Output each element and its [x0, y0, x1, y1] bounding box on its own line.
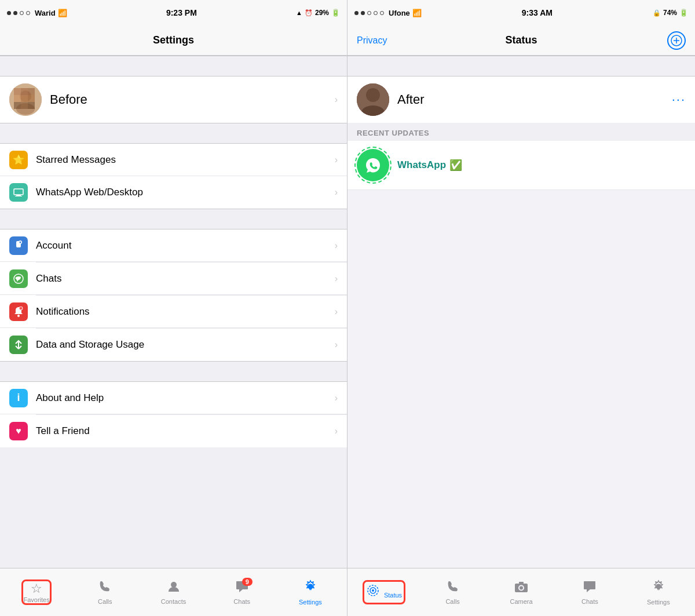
svg-rect-7	[14, 95, 21, 102]
friend-chevron: ›	[335, 426, 338, 436]
right-profile-row[interactable]: After ···	[348, 76, 695, 123]
chats-item[interactable]: Chats ›	[0, 263, 347, 295]
tab-chats-left[interactable]: 9 Chats	[208, 575, 276, 610]
right-nav-back[interactable]: Privacy	[357, 35, 387, 46]
chats-settings-label: Chats	[36, 273, 330, 285]
more-dots-icon[interactable]: ···	[672, 92, 686, 107]
tab-calls-left[interactable]: Calls	[71, 575, 139, 610]
about-help-item[interactable]: i About and Help ›	[0, 382, 347, 414]
right-wifi-icon: 📶	[412, 9, 422, 17]
add-status-button[interactable]	[667, 31, 686, 50]
left-tab-bar: ☆ Favorites Calls Contacts	[0, 568, 347, 616]
svg-rect-11	[21, 102, 28, 109]
svg-point-22	[171, 582, 177, 588]
rsig-dot-5	[380, 11, 384, 15]
whatsapp-status-item[interactable]: WhatsApp ✅	[348, 141, 695, 190]
signal-dot-4	[26, 11, 30, 15]
svg-point-36	[520, 586, 523, 589]
web-icon	[9, 183, 28, 202]
svg-rect-10	[14, 102, 21, 109]
settings-icon-right	[652, 579, 665, 597]
tab-camera[interactable]: Camera	[487, 575, 555, 610]
status-icon	[366, 585, 384, 600]
chats-settings-icon	[9, 269, 28, 288]
right-nav-bar: Privacy Status	[348, 25, 695, 56]
svg-point-18	[20, 241, 21, 243]
rsig-dot-3	[367, 11, 371, 15]
left-nav-title: Settings	[153, 34, 194, 46]
data-chevron: ›	[335, 340, 338, 350]
right-battery-pct: 74%	[663, 9, 677, 17]
left-battery-pct: 29%	[315, 9, 329, 17]
svg-rect-14	[16, 195, 21, 196]
rsig-dot-2	[361, 11, 365, 15]
left-profile-item[interactable]: Before ›	[0, 76, 347, 123]
rsig-dot-1	[354, 11, 359, 15]
left-sep3	[0, 361, 347, 382]
left-avatar	[9, 83, 42, 116]
favorites-label: Favorites	[23, 596, 49, 603]
status-label: Status	[384, 592, 402, 599]
account-item[interactable]: Account ›	[0, 229, 347, 262]
status-empty-area	[348, 190, 695, 568]
settings-label-left: Settings	[299, 599, 322, 606]
favorites-icon: ☆	[31, 581, 42, 596]
right-status-bar: Ufone 📶 9:33 AM 🔒 74% 🔋	[348, 0, 695, 25]
wifi-icon: 📶	[58, 9, 67, 17]
account-label: Account	[36, 240, 330, 251]
svg-rect-13	[14, 189, 23, 195]
alarm-icon: ⏰	[305, 9, 313, 17]
whatsapp-web-item[interactable]: WhatsApp Web/Desktop ›	[0, 176, 347, 209]
svg-rect-6	[28, 88, 35, 95]
left-panel: Warid 📶 9:23 PM ▲ ⏰ 29% 🔋 Settings	[0, 0, 348, 616]
data-icon	[9, 336, 28, 354]
tab-settings-right[interactable]: Settings	[624, 575, 693, 610]
right-top-sep	[348, 56, 695, 76]
right-nav-title: Status	[505, 34, 537, 46]
left-menu-section: ⭐ Starred Messages › WhatsApp Web/Deskto…	[0, 144, 347, 209]
svg-point-20	[17, 315, 20, 317]
left-battery-area: ▲ ⏰ 29% 🔋	[296, 9, 340, 17]
tab-status[interactable]: Status	[350, 575, 418, 609]
left-top-separator	[0, 56, 347, 76]
left-profile-name: Before	[50, 92, 330, 107]
left-sep2	[0, 209, 347, 229]
tab-chats-right[interactable]: Chats	[555, 575, 624, 610]
right-lock-icon: 🔒	[653, 9, 661, 17]
account-icon	[9, 236, 28, 255]
svg-rect-29	[357, 83, 389, 116]
left-time: 9:23 PM	[166, 8, 197, 17]
tab-favorites[interactable]: ☆ Favorites	[2, 575, 71, 610]
chats-icon-right	[583, 580, 596, 596]
left-spacer	[0, 447, 347, 568]
calls-icon-right	[447, 580, 459, 596]
tab-contacts[interactable]: Contacts	[139, 575, 207, 610]
contacts-icon	[167, 580, 180, 596]
web-chevron: ›	[335, 187, 338, 198]
friend-icon: ♥	[9, 422, 28, 440]
starred-label: Starred Messages	[36, 154, 330, 166]
left-sep1	[0, 123, 347, 144]
calls-icon-left	[98, 580, 111, 596]
notifications-item[interactable]: Notifications ›	[0, 296, 347, 328]
right-panel: Ufone 📶 9:33 AM 🔒 74% 🔋 Privacy Status	[348, 0, 695, 616]
right-battery-area: 🔒 74% 🔋	[653, 9, 688, 17]
wa-avatar-ring	[354, 147, 392, 184]
tell-friend-item[interactable]: ♥ Tell a Friend ›	[0, 415, 347, 447]
tab-settings-left[interactable]: Settings	[276, 575, 345, 610]
starred-messages-item[interactable]: ⭐ Starred Messages ›	[0, 144, 347, 176]
camera-icon	[514, 580, 528, 596]
svg-rect-9	[28, 95, 35, 102]
right-battery-icon: 🔋	[679, 9, 688, 17]
rsig-dot-4	[374, 11, 378, 15]
tab-calls-right[interactable]: Calls	[418, 575, 487, 610]
data-storage-item[interactable]: Data and Storage Usage ›	[0, 329, 347, 361]
svg-rect-15	[15, 196, 22, 196]
wa-avatar	[357, 149, 389, 181]
calls-label-left: Calls	[98, 598, 112, 605]
signal-dot-2	[13, 11, 17, 15]
wa-name: WhatsApp	[397, 159, 446, 171]
right-profile-name: After	[397, 92, 672, 107]
svg-rect-12	[28, 102, 35, 109]
settings-label-right: Settings	[647, 599, 670, 606]
